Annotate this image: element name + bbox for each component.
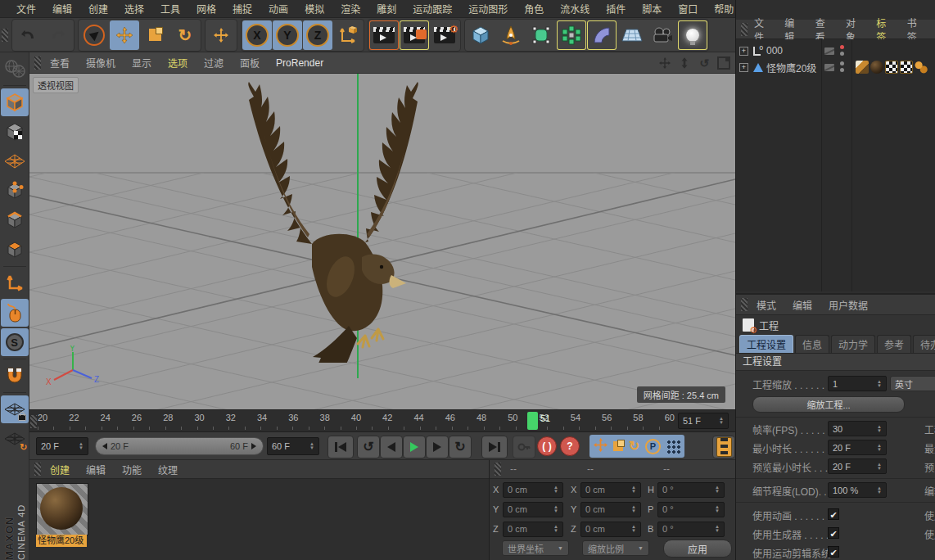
x-axis-lock-button[interactable]: X <box>242 20 272 50</box>
z-axis-lock-button[interactable]: Z <box>303 20 332 50</box>
menubar-item[interactable]: 捕捉 <box>224 2 260 16</box>
viewport-menu-options[interactable]: 选项 <box>160 56 195 70</box>
am-menu-mode[interactable]: 模式 <box>749 298 784 312</box>
expand-icon[interactable] <box>739 63 748 72</box>
use-motion-system-checkbox[interactable] <box>828 546 839 558</box>
range-end-field[interactable]: 60 F <box>267 437 319 455</box>
visibility-editor-dot[interactable] <box>840 45 844 49</box>
add-spline-button[interactable] <box>496 20 526 50</box>
object-row-null[interactable]: 000 <box>736 43 935 59</box>
prev-frame-button[interactable] <box>380 436 403 458</box>
fps-field[interactable]: 30 <box>828 421 887 436</box>
workplane-mode-button[interactable] <box>1 147 29 175</box>
current-frame-field[interactable]: 51 F <box>678 413 729 429</box>
apply-button[interactable]: 应用 <box>663 540 732 558</box>
material-thumbnail[interactable] <box>36 483 88 535</box>
preview-min-field[interactable]: 20 F <box>828 458 887 474</box>
rot-p-field[interactable]: 0 ° <box>657 502 725 517</box>
prev-key-button[interactable]: ↺ <box>357 436 380 458</box>
menubar-item[interactable]: 工具 <box>152 2 188 16</box>
section-title[interactable]: 工程设置 <box>736 354 935 371</box>
material-name-label[interactable]: 怪物鹰20级 <box>36 535 87 547</box>
spinner-icon[interactable] <box>631 525 636 533</box>
light-button[interactable] <box>678 20 707 50</box>
material-menu-texture[interactable]: 纹理 <box>151 463 185 476</box>
add-primitive-button[interactable] <box>466 20 495 50</box>
toggle-view-icon[interactable] <box>717 56 730 70</box>
autokey-button[interactable]: ( ) <box>537 436 557 456</box>
material-menu-create[interactable]: 创建 <box>43 463 77 476</box>
viewport-menu-view[interactable]: 查看 <box>43 56 77 70</box>
coordinates-grip[interactable] <box>495 463 501 476</box>
coord-system-dropdown[interactable]: 世界坐标▼ <box>502 540 569 556</box>
spinner-icon[interactable] <box>715 485 720 494</box>
spinner-icon[interactable] <box>877 425 882 433</box>
make-editable-button[interactable] <box>1 55 29 83</box>
selection-tag-icon[interactable] <box>900 61 913 74</box>
polygons-mode-button[interactable] <box>1 236 29 264</box>
mograph-button[interactable] <box>557 20 586 50</box>
goto-start-button[interactable] <box>327 436 354 458</box>
open-timeline-button[interactable] <box>712 436 735 458</box>
snap-settings-button[interactable] <box>1 328 29 356</box>
menubar-item[interactable]: 插件 <box>598 2 634 16</box>
zoom-view-icon[interactable] <box>678 56 691 70</box>
spinner-icon[interactable] <box>877 486 882 495</box>
menubar-item[interactable]: 网格 <box>188 2 224 16</box>
spinner-icon[interactable] <box>79 442 84 450</box>
goto-end-button[interactable] <box>481 436 508 458</box>
am-menu-edit[interactable]: 编辑 <box>785 298 820 312</box>
tab-info[interactable]: 信息 <box>795 335 829 353</box>
playhead[interactable] <box>527 412 538 430</box>
viewport-grip[interactable] <box>34 56 41 70</box>
next-key-button[interactable]: ↻ <box>449 436 472 458</box>
eagle-model[interactable] <box>201 80 431 363</box>
pos-y-field[interactable]: 0 cm <box>503 502 563 517</box>
spinner-icon[interactable] <box>877 463 882 471</box>
menubar-item[interactable]: 流水线 <box>552 2 598 16</box>
expand-icon[interactable] <box>739 47 748 56</box>
deformer-button[interactable] <box>587 20 617 50</box>
project-scale-field[interactable]: 1 <box>828 376 887 391</box>
move-tool-button[interactable] <box>110 20 139 50</box>
enable-axis-button[interactable] <box>1 269 29 297</box>
layer-chip-icon[interactable] <box>824 64 834 71</box>
live-selection-button[interactable] <box>79 20 109 50</box>
range-start-field[interactable]: 20 F <box>36 437 88 455</box>
texture-mode-button[interactable] <box>1 118 29 146</box>
spinner-icon[interactable] <box>553 505 558 513</box>
weights-tag-icon[interactable] <box>856 61 869 74</box>
edit-render-settings-button[interactable]: ⚙ <box>430 20 459 50</box>
range-right-arrow-icon[interactable] <box>251 443 256 449</box>
material-grip[interactable] <box>34 463 41 476</box>
record-key-button[interactable] <box>513 436 535 458</box>
phong-tag-icon[interactable] <box>915 61 928 74</box>
next-frame-button[interactable] <box>426 436 449 458</box>
material-menu-function[interactable]: 功能 <box>115 463 149 476</box>
snapping-button[interactable] <box>1 362 29 390</box>
preview-range-slider[interactable]: 20 F 60 F <box>95 437 264 455</box>
coordinate-system-button[interactable] <box>333 20 363 50</box>
use-animation-checkbox[interactable] <box>828 508 839 520</box>
menubar-item[interactable]: 创建 <box>80 2 116 16</box>
menubar-item[interactable]: 角色 <box>516 2 552 16</box>
viewport-menu-panel[interactable]: 面板 <box>233 56 267 70</box>
viewport-menu-cameras[interactable]: 摄像机 <box>79 56 123 70</box>
menubar-item[interactable]: 模拟 <box>296 2 332 16</box>
object-row-eagle[interactable]: 怪物鹰20级 <box>736 59 935 75</box>
am-menu-userdata[interactable]: 用户数据 <box>821 298 875 312</box>
tab-project-settings[interactable]: 工程设置 <box>739 335 793 353</box>
spinner-icon[interactable] <box>309 442 314 450</box>
spinner-icon[interactable] <box>631 505 636 513</box>
spinner-icon[interactable] <box>715 505 720 513</box>
pos-x-field[interactable]: 0 cm <box>503 482 563 498</box>
scale-mode-dropdown[interactable]: 缩放比例▼ <box>582 540 649 556</box>
ruler-grip[interactable] <box>30 415 37 428</box>
rotate-view-icon[interactable]: ↺ <box>698 56 711 70</box>
viewport-menu-display[interactable]: 显示 <box>124 56 159 70</box>
visibility-render-dot[interactable] <box>840 52 844 56</box>
spinner-icon[interactable] <box>715 525 720 533</box>
scale-project-button[interactable]: 缩放工程... <box>752 396 905 413</box>
min-time-field[interactable]: 20 F <box>828 440 887 455</box>
spinner-icon[interactable] <box>553 525 558 533</box>
